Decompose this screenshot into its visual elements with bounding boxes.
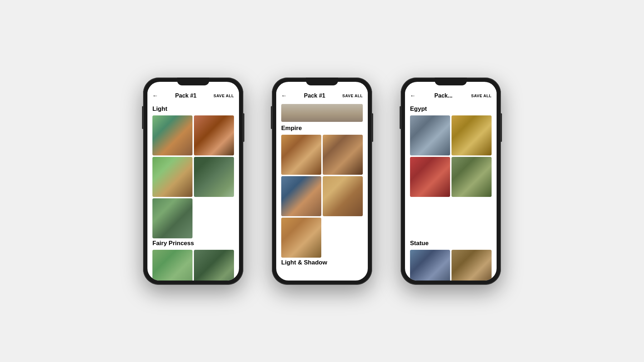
- save-all-button-3[interactable]: SAVE ALL: [471, 94, 492, 98]
- phone-2: ← Pack #1 SAVE ALL Empire: [272, 78, 372, 285]
- fairy-grid-row1: [152, 250, 234, 281]
- vol-down-btn-2: [271, 119, 272, 129]
- save-all-button-2[interactable]: SAVE ALL: [342, 94, 363, 98]
- list-item[interactable]: [410, 157, 450, 197]
- vol-up-btn-1: [142, 106, 143, 116]
- page-title-3: Pack...: [434, 93, 453, 99]
- back-button-1[interactable]: ←: [152, 93, 158, 99]
- empire-grid-row2: [281, 176, 363, 216]
- list-item[interactable]: [452, 157, 492, 197]
- back-button-2[interactable]: ←: [281, 93, 287, 99]
- phone-frame-2: ← Pack #1 SAVE ALL Empire: [272, 78, 372, 285]
- list-item[interactable]: [410, 198, 450, 238]
- app-header-2: ← Pack #1 SAVE ALL: [276, 90, 368, 101]
- vol-down-btn-3: [400, 119, 401, 129]
- vol-up-btn-3: [400, 106, 401, 116]
- list-item[interactable]: [281, 218, 321, 258]
- power-btn-2: [372, 113, 373, 133]
- list-item[interactable]: [152, 115, 192, 155]
- save-all-button-1[interactable]: SAVE ALL: [214, 94, 234, 98]
- egypt-grid-row2: [410, 157, 492, 197]
- power-btn-3: [501, 113, 502, 133]
- app-header-3: ← Pack... SAVE ALL: [405, 90, 497, 101]
- list-item[interactable]: [152, 198, 192, 238]
- notch-3: [435, 78, 467, 85]
- phone-screen-1: ← Pack #1 SAVE ALL Light: [147, 82, 239, 281]
- page-title-2: Pack #1: [304, 93, 326, 99]
- light-grid-row3: [152, 198, 234, 238]
- list-item[interactable]: [323, 135, 363, 175]
- empire-grid-row1: [281, 135, 363, 175]
- page-title-1: Pack #1: [175, 93, 197, 99]
- list-item[interactable]: [281, 176, 321, 216]
- list-item[interactable]: [152, 250, 192, 281]
- section-egypt-title: Egypt: [410, 105, 492, 113]
- list-item[interactable]: [194, 157, 234, 197]
- section-lightshadow-title: Light & Shadow: [281, 259, 363, 266]
- phone-frame-3: ← Pack... SAVE ALL Egypt: [401, 78, 501, 285]
- list-item[interactable]: [194, 250, 234, 281]
- vol-down-btn-1: [142, 119, 143, 129]
- notch-2: [306, 78, 338, 85]
- back-button-3[interactable]: ←: [410, 93, 416, 99]
- section-statue-title: Statue: [410, 240, 492, 247]
- light-grid-row1: [152, 115, 234, 155]
- notch-1: [177, 78, 209, 85]
- empire-grid-row3: [281, 218, 363, 258]
- list-item[interactable]: [323, 176, 363, 216]
- egypt-grid-row3: [410, 198, 492, 238]
- top-partial-image[interactable]: [281, 104, 363, 122]
- app-header-1: ← Pack #1 SAVE ALL: [147, 90, 239, 101]
- phone-screen-3: ← Pack... SAVE ALL Egypt: [405, 82, 497, 281]
- section-fairy-title: Fairy Princess: [152, 240, 234, 247]
- power-btn-1: [243, 113, 244, 133]
- list-item[interactable]: [152, 157, 192, 197]
- phone-frame-1: ← Pack #1 SAVE ALL Light: [143, 78, 243, 285]
- list-item[interactable]: [194, 115, 234, 155]
- phone-screen-2: ← Pack #1 SAVE ALL Empire: [276, 82, 368, 281]
- list-item[interactable]: [452, 115, 492, 155]
- egypt-grid-row1: [410, 115, 492, 155]
- screen-content-2: ← Pack #1 SAVE ALL Empire: [276, 82, 368, 281]
- scrollable-content-3[interactable]: Egypt: [405, 101, 497, 281]
- phone-3: ← Pack... SAVE ALL Egypt: [401, 78, 501, 285]
- vol-up-btn-2: [271, 106, 272, 116]
- light-grid-row2: [152, 157, 234, 197]
- screen-content-1: ← Pack #1 SAVE ALL Light: [147, 82, 239, 281]
- list-item[interactable]: [452, 250, 492, 281]
- list-item[interactable]: [410, 115, 450, 155]
- section-empire-title: Empire: [281, 125, 363, 132]
- scrollable-content-1[interactable]: Light: [147, 101, 239, 281]
- section-light-title: Light: [152, 105, 234, 113]
- list-item[interactable]: [410, 250, 450, 281]
- list-item[interactable]: [281, 135, 321, 175]
- statue-grid-row1: [410, 250, 492, 281]
- screen-content-3: ← Pack... SAVE ALL Egypt: [405, 82, 497, 281]
- scrollable-content-2[interactable]: Empire: [276, 101, 368, 281]
- phone-1: ← Pack #1 SAVE ALL Light: [143, 78, 243, 285]
